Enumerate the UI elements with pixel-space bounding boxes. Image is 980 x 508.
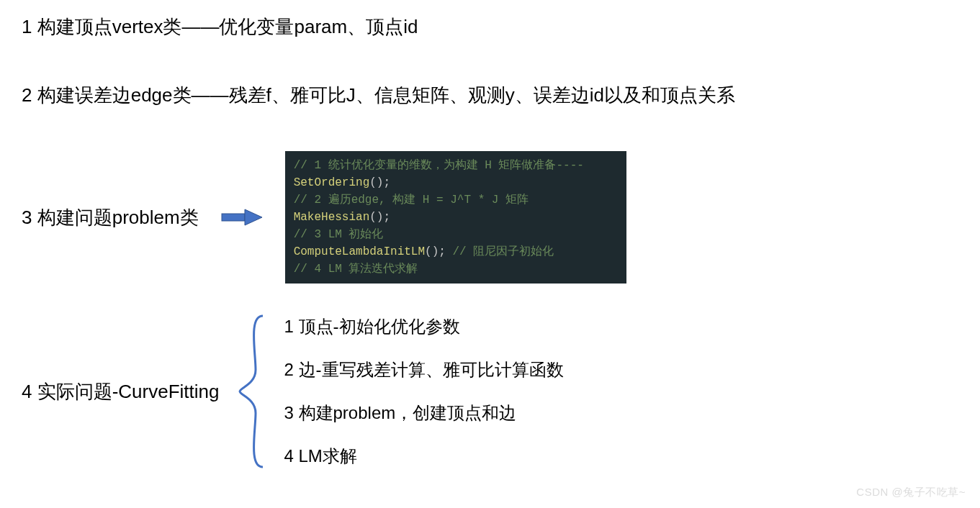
step-4-label: 4 实际问题-CurveFitting	[22, 379, 220, 404]
code-fn-computelambda: ComputeLambdaInitLM	[294, 245, 425, 258]
step-1-text: 1 构建顶点vertex类——优化变量param、顶点id	[22, 14, 958, 40]
code-comment-3: // 3 LM 初始化	[294, 228, 384, 241]
code-paren-1: ();	[369, 176, 390, 189]
svg-marker-1	[245, 209, 262, 225]
code-paren-3: ();	[425, 245, 446, 258]
subitem-4: 4 LM求解	[284, 445, 564, 468]
code-snippet: // 1 统计优化变量的维数，为构建 H 矩阵做准备---- SetOrderi…	[285, 151, 626, 284]
code-comment-2: // 2 遍历edge, 构建 H = J^T * J 矩阵	[294, 194, 529, 207]
watermark-text: CSDN @兔子不吃草~	[856, 486, 966, 499]
subitem-3: 3 构建problem，创建顶点和边	[284, 402, 564, 425]
step-3-label: 3 构建问题problem类	[22, 205, 199, 230]
subitem-2: 2 边-重写残差计算、雅可比计算函数	[284, 358, 564, 381]
svg-rect-0	[222, 214, 245, 221]
code-fn-makehessian: MakeHessian	[294, 211, 370, 224]
code-comment-1: // 1 统计优化变量的维数，为构建 H 矩阵做准备----	[294, 159, 584, 172]
subitem-1: 1 顶点-初始化优化参数	[284, 315, 564, 338]
step-2-text: 2 构建误差边edge类——残差f、雅可比J、信息矩阵、观测y、误差边id以及和…	[22, 83, 958, 108]
step-4-row: 4 实际问题-CurveFitting 1 顶点-初始化优化参数 2 边-重写残…	[22, 312, 958, 471]
code-comment-4: // 4 LM 算法迭代求解	[294, 263, 418, 276]
code-paren-2: ();	[369, 211, 390, 224]
code-fn-setordering: SetOrdering	[294, 176, 370, 189]
code-comment-3b: // 阻尼因子初始化	[446, 245, 554, 258]
arrow-right-icon	[220, 207, 264, 228]
step-3-row: 3 构建问题problem类 // 1 统计优化变量的维数，为构建 H 矩阵做准…	[22, 151, 958, 284]
curly-brace-icon	[234, 312, 270, 471]
step-4-subitems: 1 顶点-初始化优化参数 2 边-重写残差计算、雅可比计算函数 3 构建prob…	[284, 315, 564, 468]
